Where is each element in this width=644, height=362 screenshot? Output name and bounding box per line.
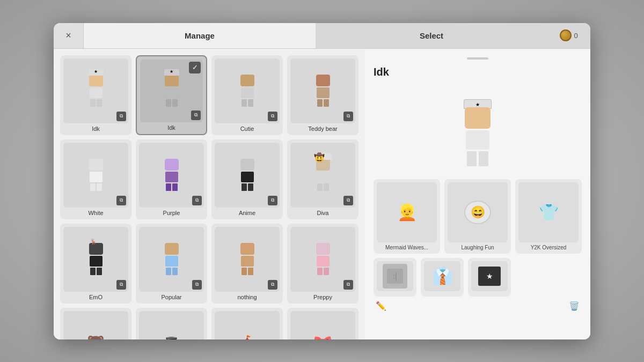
avatar-img-r1: 🐻 [63,311,128,339]
avatar-card-nothing[interactable]: ⧉ nothing [211,224,283,304]
avatar-name-nothing: nothing [215,294,280,300]
right-panel: Idk ★ 👱 [365,49,590,339]
content-area: ★ ⧉ Idk ★ [54,49,590,339]
avatar-name-purple: Purple [139,210,204,216]
avatar-img-r4: 🎀 [290,311,355,339]
avatar-card-teddy[interactable]: ⧉ Teddy bear [287,55,358,135]
copy-icon-popular[interactable]: ⧉ [192,280,202,290]
avatar-img-idk1: ★ ⧉ [63,58,128,123]
item-img-y2k: 👕 [518,182,579,242]
item-img-laughing: 😄 [448,182,508,242]
copy-icon-nothing[interactable]: ⧉ [268,280,277,290]
main-window: × Manage Select 0 ★ [54,23,590,339]
copy-icon[interactable]: ⧉ [116,112,126,121]
avatar-card-r2[interactable]: 🎩 [136,308,207,339]
avatar-img-emo: 🦌 ⧉ [63,227,128,292]
copy-icon-2[interactable]: ⧉ [191,110,201,120]
avatar-name-idk1: Idk [63,125,128,132]
avatar-img-r3: 🎪 [215,311,280,339]
avatar-img-teddy: ⧉ [290,58,355,123]
copy-icon-cutie[interactable]: ⧉ [268,112,277,121]
item-img-gray-face: :| [377,261,413,291]
avatar-img-diva: 🤠 ⧉ [290,143,355,208]
avatar-card-cutie[interactable]: ⧉ Cutie [211,55,283,135]
copy-icon-diva[interactable]: ⧉ [343,196,353,205]
item-name-laughing: Laughing Fun [461,245,494,250]
item-name-mermaid: Mermaid Waves... [385,245,428,250]
avatar-card-idk2[interactable]: ★ ✓ ⧉ Idk [136,55,207,135]
avatar-img-r2: 🎩 [139,311,204,339]
items-grid: 👱 Mermaid Waves... 😄 Laughing Fun 👕 [374,179,582,254]
item-card-y2k[interactable]: 👕 Y2K Oversized [515,179,582,254]
avatar-card-preppy[interactable]: ⧉ Preppy [287,224,358,304]
item-card-laughing[interactable]: 😄 Laughing Fun [444,179,511,254]
avatar-card-r4[interactable]: 🎀 [287,308,358,339]
avatar-card-diva[interactable]: 🤠 ⧉ Diva [287,139,358,219]
avatar-img-preppy: ⧉ [290,227,355,292]
avatar-name-white: White [63,210,128,216]
avatar-img-nothing: ⧉ [215,227,280,292]
avatar-card-idk1[interactable]: ★ ⧉ Idk [60,55,131,135]
avatar-card-emo[interactable]: 🦌 ⧉ EmO [60,224,131,304]
items-section: 👱 Mermaid Waves... 😄 Laughing Fun 👕 [374,179,582,331]
copy-icon-emo[interactable]: ⧉ [116,280,126,290]
avatar-card-anime[interactable]: ⧉ Anime [211,139,283,219]
avatar-img-white: ⧉ [63,143,128,208]
avatar-img-idk2: ★ ✓ ⧉ [140,60,203,122]
avatar-preview: ★ [374,85,582,171]
item-img-hat-star: ★ [471,261,508,291]
item-card-hat-star[interactable]: ★ [468,258,511,297]
edit-icon[interactable]: ✏️ [376,301,386,311]
avatar-card-popular[interactable]: ⧉ Popular [136,224,207,304]
item-name-y2k: Y2K Oversized [531,245,567,250]
item-card-gray-face[interactable]: :| [374,258,416,297]
item-card-mermaid[interactable]: 👱 Mermaid Waves... [374,179,440,254]
drag-handle [467,57,488,60]
copy-icon-purple[interactable]: ⧉ [192,196,202,205]
close-button[interactable]: × [54,23,84,48]
avatar-img-purple: ⧉ [139,143,204,208]
copy-icon-white[interactable]: ⧉ [116,196,126,205]
coin-icon [560,29,572,41]
checkmark-icon: ✓ [189,62,201,73]
avatar-name-teddy: Teddy bear [290,125,355,132]
copy-icon-anime[interactable]: ⧉ [268,196,277,205]
avatar-img-cutie: ⧉ [215,58,280,123]
delete-icon[interactable]: 🗑️ [569,301,580,311]
avatar-name-idk2: Idk [140,124,203,131]
avatar-img-anime: ⧉ [215,143,280,208]
coins-badge: 0 [547,23,590,48]
tab-manage[interactable]: Manage [84,23,316,48]
avatar-card-purple[interactable]: ⧉ Purple [136,139,207,219]
title-bar: × Manage Select 0 [54,23,590,49]
item-img-mermaid: 👱 [377,182,437,242]
avatar-name-popular: Popular [139,294,204,300]
avatars-grid: ★ ⧉ Idk ★ [60,55,358,339]
copy-icon-teddy[interactable]: ⧉ [343,112,353,121]
item-card-shirt[interactable]: 👔 [421,258,464,297]
panel-title: Idk [374,66,582,78]
avatar-card-r3[interactable]: 🎪 [211,308,283,339]
avatar-name-preppy: Preppy [290,294,355,300]
avatar-name-emo: EmO [63,294,128,300]
avatar-card-white[interactable]: ⧉ White [60,139,131,219]
avatar-name-cutie: Cutie [215,125,280,132]
left-panel: ★ ⧉ Idk ★ [54,49,365,339]
copy-icon-preppy[interactable]: ⧉ [343,280,353,290]
avatar-name-anime: Anime [215,210,280,216]
tab-select[interactable]: Select [316,23,547,48]
avatar-card-r1[interactable]: 🐻 [60,308,131,339]
item-img-shirt: 👔 [424,261,460,291]
avatar-img-popular: ⧉ [139,227,204,292]
avatar-name-diva: Diva [290,210,355,216]
